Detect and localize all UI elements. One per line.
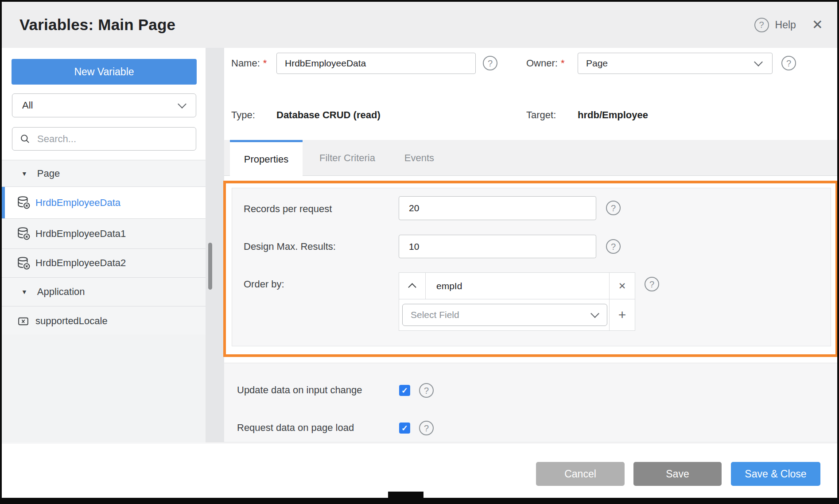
help-icon[interactable]: ? <box>754 18 769 32</box>
tab-properties[interactable]: Properties <box>230 140 303 176</box>
sidebar-scrollbar-thumb[interactable] <box>208 243 212 290</box>
variable-tree: ▼ Page HrdbEmployeeData <box>2 160 206 336</box>
type-value: Database CRUD (read) <box>276 105 381 126</box>
cancel-button[interactable]: Cancel <box>536 462 625 486</box>
database-icon <box>16 195 31 210</box>
request-on-load-checkbox[interactable]: ✓ <box>399 423 410 434</box>
variable-icon <box>16 314 31 328</box>
dialog-header: Variables: Main Page ? Help ✕ <box>2 2 837 48</box>
order-by-field[interactable]: empId <box>426 273 609 299</box>
background-notch <box>388 492 423 502</box>
variable-type-filter-select[interactable]: All <box>12 93 196 117</box>
chevron-down-icon <box>178 100 186 109</box>
order-by-control: empId ✕ Select Field + <box>399 272 635 331</box>
type-label: Type: <box>231 105 255 126</box>
triangle-down-icon: ▼ <box>21 170 27 177</box>
triangle-down-icon: ▼ <box>21 288 27 295</box>
update-on-input-help-icon[interactable]: ? <box>419 383 434 398</box>
database-icon <box>16 256 31 271</box>
owner-select[interactable]: Page <box>578 53 773 74</box>
sidebar-empty-area <box>2 334 206 442</box>
dialog-title: Variables: Main Page <box>19 2 175 48</box>
order-by-label: Order by: <box>244 273 284 295</box>
filter-select-value: All <box>22 100 179 111</box>
variables-sidebar: New Variable All ▼ Page <box>2 48 206 442</box>
owner-select-value: Page <box>586 58 755 69</box>
required-asterisk: * <box>263 58 267 69</box>
close-icon[interactable]: ✕ <box>812 18 823 31</box>
sort-direction-button[interactable] <box>399 273 426 299</box>
design-max-results-input[interactable] <box>399 235 596 258</box>
tab-events[interactable]: Events <box>396 140 443 176</box>
save-button[interactable]: Save <box>633 462 722 486</box>
remove-order-field-button[interactable]: ✕ <box>609 273 635 299</box>
target-value: hrdb/Employee <box>578 105 648 126</box>
database-icon <box>16 226 31 241</box>
chevron-down-icon <box>590 309 599 318</box>
name-help-icon[interactable]: ? <box>483 56 497 70</box>
records-per-request-label: Records per request <box>244 198 332 220</box>
name-input[interactable] <box>276 53 476 74</box>
update-on-input-label: Update data on input change <box>237 380 362 400</box>
tree-item-hrdbemployeedata1[interactable]: HrdbEmployeeData1 <box>2 218 206 248</box>
select-field-placeholder: Select Field <box>411 310 592 320</box>
tree-item-hrdbemployeedata[interactable]: HrdbEmployeeData <box>2 186 206 218</box>
request-on-load-help-icon[interactable]: ? <box>419 421 434 435</box>
header-actions: ? Help ✕ <box>754 2 823 48</box>
order-by-row: empId ✕ <box>399 273 635 299</box>
tab-filter-criteria[interactable]: Filter Criteria <box>312 140 383 176</box>
save-and-close-button[interactable]: Save & Close <box>731 462 820 486</box>
new-variable-button[interactable]: New Variable <box>12 59 197 85</box>
tree-group-page[interactable]: ▼ Page <box>2 160 206 186</box>
records-per-request-input[interactable] <box>399 196 596 220</box>
select-field-dropdown[interactable]: Select Field <box>402 304 607 326</box>
records-help-icon[interactable]: ? <box>606 201 621 215</box>
owner-label: Owner: * <box>526 52 564 74</box>
variables-dialog: Variables: Main Page ? Help ✕ New Variab… <box>0 0 839 504</box>
sidebar-scrollbar-track[interactable] <box>206 48 224 442</box>
order-by-add-row: Select Field + <box>399 299 635 330</box>
tree-item-supportedlocale[interactable]: supportedLocale <box>2 306 206 336</box>
tree-item-hrdbemployeedata2[interactable]: HrdbEmployeeData2 <box>2 248 206 277</box>
order-by-help-icon[interactable]: ? <box>645 277 659 291</box>
variable-search[interactable] <box>12 127 196 151</box>
update-on-input-checkbox[interactable]: ✓ <box>399 385 410 396</box>
help-link[interactable]: Help <box>775 19 796 31</box>
design-max-help-icon[interactable]: ? <box>606 239 621 254</box>
request-on-load-label: Request data on page load <box>237 418 354 438</box>
add-order-field-button[interactable]: + <box>609 299 635 330</box>
chevron-down-icon <box>754 58 763 66</box>
search-input[interactable] <box>36 133 184 145</box>
target-label: Target: <box>526 105 556 126</box>
data-options-section: Update data on input change ✓ ? Request … <box>224 363 839 442</box>
name-label: Name: * <box>231 52 267 74</box>
chevron-up-icon <box>408 283 416 291</box>
search-icon <box>19 133 31 145</box>
owner-help-icon[interactable]: ? <box>781 56 796 70</box>
properties-panel: Records per request ? Design Max. Result… <box>232 188 831 346</box>
required-asterisk: * <box>561 58 565 69</box>
design-max-results-label: Design Max. Results: <box>244 236 336 258</box>
tree-group-application[interactable]: ▼ Application <box>2 277 206 306</box>
